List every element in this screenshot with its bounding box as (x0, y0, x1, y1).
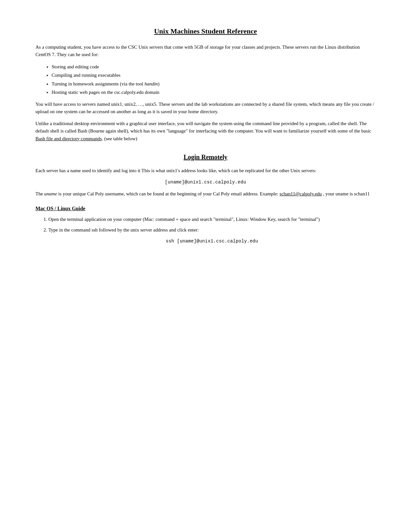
handin-italic: handin (144, 81, 158, 86)
macos-section-title: Mac OS / Linux Guide (35, 205, 376, 212)
macos-step-1: Open the terminal application on your co… (48, 216, 376, 223)
ssh-code: ssh [uname]@unix1.csc.calpoly.edu (166, 239, 258, 244)
macos-step-2: Type in the command ssh followed by the … (48, 226, 376, 245)
list-item: Hosting static web pages on the csc.calp… (52, 89, 376, 96)
list-item: Compiling and running executables (52, 72, 376, 79)
uname-paragraph: The uname is your unique Cal Poly userna… (35, 190, 376, 198)
address-code-block: [uname]@unix1.csc.calpoly.edu (35, 179, 376, 186)
address-code: [uname]@unix1.csc.calpoly.edu (165, 180, 246, 185)
intro-paragraph: As a computing student, you have access … (35, 44, 376, 59)
uname-italic: uname (44, 191, 57, 196)
login-section-title: Login Remotely (35, 152, 376, 162)
bash-commands-link[interactable]: Bash file and directory commands (35, 136, 102, 141)
list-item: Storing and editing code (52, 63, 376, 71)
list-item: Turning in homework assignments (via the… (52, 80, 376, 88)
servers-paragraph: You will have access to servers named un… (35, 101, 376, 116)
ssh-code-block: ssh [uname]@unix1.csc.calpoly.edu (48, 238, 376, 245)
uname-email-link[interactable]: schan11@calpoly.edu (279, 191, 322, 196)
shell-paragraph: Unlike a traditional desktop environment… (35, 120, 376, 143)
login-paragraph: Each server has a name used to identify … (35, 167, 376, 174)
macos-steps-list: Open the terminal application on your co… (48, 216, 376, 245)
page-title: Unix Machines Student Reference (35, 26, 376, 36)
bullet-list: Storing and editing code Compiling and r… (52, 63, 376, 96)
